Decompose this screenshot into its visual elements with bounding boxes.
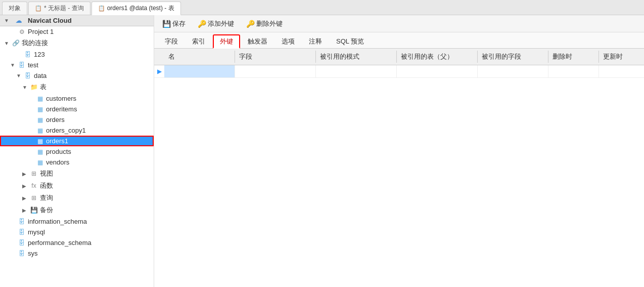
db-icon-perf-schema: 🗄: [17, 239, 26, 247]
tab-bar: 对象 📋 * 无标题 - 查询 📋 orders1 @data (test) -…: [0, 0, 644, 15]
func-icon: fx: [29, 182, 38, 189]
tab-field[interactable]: 字段: [158, 34, 185, 48]
add-fk-button[interactable]: 🔑 添加外键: [194, 18, 238, 30]
save-label: 保存: [172, 19, 186, 28]
sidebar-item-queries[interactable]: ▶ ⊞ 查询: [0, 192, 154, 204]
sidebar-label-functions: 函数: [40, 181, 53, 190]
tab-fk-label: 外键: [220, 37, 233, 45]
sidebar-label-tables: 表: [40, 83, 47, 92]
tab-index[interactable]: 索引: [186, 34, 212, 48]
col-on-update-label: 更新时: [603, 53, 623, 60]
sidebar-item-orderitems[interactable]: ▦ orderitems: [0, 104, 154, 114]
sidebar-label-queries: 查询: [40, 193, 53, 202]
sidebar-item-customers[interactable]: ▦ customers: [0, 93, 154, 104]
sidebar-label-123: 123: [34, 51, 45, 58]
sidebar-item-myconnection[interactable]: ▼ 🔗 我的连接: [0, 37, 154, 49]
tab-orders1[interactable]: 📋 orders1 @data (test) - 表: [91, 2, 181, 15]
tab-trigger-label: 触发器: [248, 37, 267, 45]
sidebar-label-customers: customers: [46, 95, 76, 102]
tab-untitled-label: * 无标题 - 查询: [44, 4, 84, 13]
tab-trigger[interactable]: 触发器: [241, 34, 274, 48]
views-arrow: ▶: [22, 171, 29, 177]
sidebar-item-tables[interactable]: ▼ 📁 表: [0, 81, 154, 93]
sidebar-label-data: data: [34, 72, 47, 79]
tab-sql[interactable]: SQL 预览: [330, 34, 371, 48]
sidebar-item-123[interactable]: 🗄 123: [0, 49, 154, 60]
table-row[interactable]: ▶: [154, 65, 644, 78]
sidebar-label-mysql: mysql: [28, 228, 45, 236]
tab-untitled[interactable]: 📋 * 无标题 - 查询: [28, 2, 90, 15]
tab-option[interactable]: 选项: [275, 34, 301, 48]
cloud-icon: ☁: [14, 17, 23, 24]
link-icon: 🔗: [11, 39, 20, 47]
db-icon-123: 🗄: [23, 51, 32, 58]
sidebar-item-views[interactable]: ▶ ⊞ 视图: [0, 168, 154, 180]
col-on-delete-label: 删除时: [553, 53, 572, 60]
sidebar-item-backups[interactable]: ▶ 💾 备份: [0, 204, 154, 216]
col-ref-field-label: 被引用的字段: [482, 53, 521, 60]
table-icon-orders1: ▦: [35, 138, 44, 145]
col-header-ref-table: 被引用的表（父）: [397, 51, 478, 63]
toolbar: 💾 保存 🔑 添加外键 🔑 删除外键: [154, 15, 644, 32]
sidebar-label-project1: Project 1: [28, 28, 54, 35]
col-ref-table-label: 被引用的表（父）: [401, 53, 453, 60]
sidebar-item-test[interactable]: ▼ 🗄 test: [0, 60, 154, 70]
cell-on-delete[interactable]: [548, 65, 599, 77]
table-icon-orders-copy1: ▦: [35, 127, 44, 134]
col-header-on-update: 更新时: [599, 51, 644, 63]
tab-orders1-icon: 📋: [98, 5, 105, 12]
sidebar-item-data[interactable]: ▼ 🗄 data: [0, 70, 154, 81]
sidebar-label-views: 视图: [40, 169, 53, 178]
tab-fk[interactable]: 外键: [213, 34, 240, 49]
add-fk-label: 添加外键: [208, 19, 234, 28]
save-button[interactable]: 💾 保存: [158, 18, 190, 30]
row-arrow: ▶: [154, 68, 164, 75]
sidebar-item-vendors[interactable]: ▦ vendors: [0, 157, 154, 168]
sidebar-item-orders-copy1[interactable]: ▦ orders_copy1: [0, 125, 154, 136]
col-header-schema: 被引用的模式: [316, 51, 397, 63]
cell-ref-field[interactable]: [478, 65, 548, 77]
sidebar-root[interactable]: ▼ ☁ Navicat Cloud: [0, 15, 154, 26]
sidebar-label-orders: orders: [46, 116, 65, 124]
sidebar-label-orderitems: orderitems: [46, 105, 77, 113]
cell-field[interactable]: [235, 65, 316, 77]
sidebar: ▼ ☁ Navicat Cloud ⚙ Project 1 ▼ 🔗 我的连接 🗄…: [0, 15, 154, 287]
sidebar-item-products[interactable]: ▦ products: [0, 146, 154, 157]
myconnection-arrow: ▼: [4, 40, 11, 46]
db-icon-data: 🗄: [23, 72, 32, 79]
tab-object[interactable]: 对象: [2, 2, 27, 15]
add-fk-icon: 🔑: [198, 20, 206, 28]
db-icon-sys: 🗄: [17, 250, 26, 257]
db-icon-info-schema: 🗄: [17, 218, 26, 225]
sidebar-item-mysql[interactable]: 🗄 mysql: [0, 227, 154, 237]
cell-ref-table[interactable]: [397, 65, 478, 77]
cell-schema[interactable]: [316, 65, 397, 77]
tab-object-label: 对象: [9, 4, 21, 13]
sidebar-label-vendors: vendors: [46, 158, 69, 166]
sidebar-item-functions[interactable]: ▶ fx 函数: [0, 180, 154, 192]
sidebar-item-performance-schema[interactable]: 🗄 performance_schema: [0, 237, 154, 248]
cell-on-update[interactable]: [599, 65, 644, 77]
col-header-name: 名: [164, 51, 235, 63]
cell-name[interactable]: [164, 65, 235, 77]
sidebar-root-label: Navicat Cloud: [28, 17, 72, 24]
sidebar-item-information-schema[interactable]: 🗄 information_schema: [0, 216, 154, 227]
sidebar-item-sys[interactable]: 🗄 sys: [0, 248, 154, 259]
table-icon-orderitems: ▦: [35, 106, 44, 113]
col-schema-label: 被引用的模式: [320, 53, 359, 60]
col-name-label: 名: [168, 53, 175, 60]
sidebar-item-orders[interactable]: ▦ orders: [0, 114, 154, 125]
table-icon-products: ▦: [35, 148, 44, 155]
tab-comment-label: 注释: [309, 37, 322, 45]
sidebar-item-orders1[interactable]: ▦ orders1: [0, 136, 154, 146]
tab-comment[interactable]: 注释: [302, 34, 329, 48]
remove-fk-button[interactable]: 🔑 删除外键: [242, 18, 287, 30]
sidebar-label-orders-copy1: orders_copy1: [46, 127, 86, 134]
tab-untitled-icon: 📋: [35, 5, 42, 12]
sidebar-item-project1[interactable]: ⚙ Project 1: [0, 26, 154, 37]
folder-icon-tables: 📁: [29, 84, 38, 91]
tab-field-label: 字段: [165, 37, 178, 45]
remove-fk-icon: 🔑: [246, 20, 255, 28]
table-icon-orders: ▦: [35, 116, 44, 124]
main-container: ▼ ☁ Navicat Cloud ⚙ Project 1 ▼ 🔗 我的连接 🗄…: [0, 15, 644, 287]
